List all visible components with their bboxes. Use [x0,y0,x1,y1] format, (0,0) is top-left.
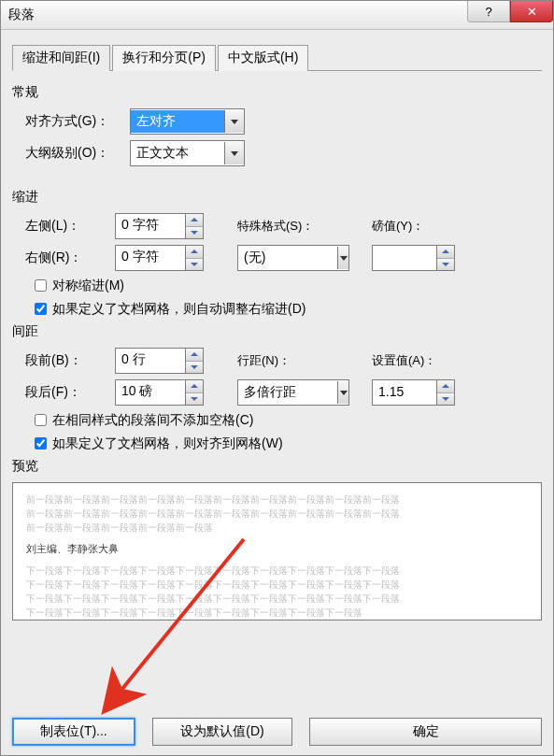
spin-down[interactable] [186,362,203,374]
arrow-up-icon [442,250,449,253]
arrow-up-icon [191,384,198,388]
indent-right-label: 右侧(R)： [25,250,115,266]
mirror-indent-input[interactable] [35,279,47,292]
alignment-label: 对齐方式(G)： [25,113,130,130]
spin-up[interactable] [186,349,203,362]
help-button[interactable]: ? [467,1,510,22]
by-label: 磅值(Y)： [372,218,424,235]
spin-up[interactable] [186,246,203,259]
indent-right-value[interactable] [116,246,185,268]
arrow-up-icon [191,250,198,253]
spin-up[interactable] [437,380,454,393]
outline-value[interactable] [131,142,224,164]
dialog-buttons: 制表位(T)... 设为默认值(D) 确定 [12,718,542,746]
tab-line-page-breaks[interactable]: 换行和分页(P) [112,45,216,71]
at-value[interactable] [373,380,436,403]
alignment-select[interactable] [130,108,245,135]
chevron-down-icon [231,120,238,124]
arrow-up-icon [191,218,198,221]
chevron-down-icon [340,256,348,261]
snapgrid-label: 如果定义了文档网格，则对齐到网格(W) [52,435,283,452]
autoadjust-checkbox[interactable]: 如果定义了文档网格，则自动调整右缩进(D) [31,300,542,318]
after-label: 段后(F)： [25,384,115,401]
preview-filler: 下一段落下一段落下一段落下一段落下一段落下一段落下一段落下一段落下一段落下一段落 [26,592,528,606]
spin-down[interactable] [437,393,454,406]
indent-left-label: 左侧(L)： [25,218,115,235]
section-indent: 缩进 [12,189,542,206]
noaddspace-input[interactable] [35,414,47,426]
ok-button[interactable]: 确定 [309,718,542,746]
tab-asian-typography[interactable]: 中文版式(H) [218,45,308,71]
titlebar: 段落 ? ✕ [1,1,553,30]
help-icon: ? [485,5,491,19]
section-general: 常规 [12,84,542,101]
close-button[interactable]: ✕ [510,1,553,22]
outline-label: 大纲级别(O)： [25,145,130,162]
special-dropdown-button[interactable] [337,247,348,269]
preview-box: 前一段落前一段落前一段落前一段落前一段落前一段落前一段落前一段落前一段落前一段落… [12,482,542,620]
special-select[interactable] [237,245,349,271]
after-spinner[interactable] [115,379,204,406]
arrow-down-icon [442,397,449,401]
chevron-down-icon [340,391,348,395]
alignment-dropdown-button[interactable] [224,110,244,133]
linespace-value[interactable] [238,381,337,404]
arrow-up-icon [442,384,449,388]
indent-left-value[interactable] [116,214,185,236]
snapgrid-checkbox[interactable]: 如果定义了文档网格，则对齐到网格(W) [31,435,542,452]
after-value[interactable] [116,380,185,403]
noaddspace-label: 在相同样式的段落间不添加空格(C) [52,412,253,429]
spin-up[interactable] [186,380,203,393]
section-spacing: 间距 [12,323,542,340]
before-spinner[interactable] [115,348,204,374]
preview-filler: 下一段落下一段落下一段落下一段落下一段落下一段落下一段落下一段落下一段落下一段落 [26,563,528,578]
mirror-indent-label: 对称缩进(M) [52,278,124,294]
close-icon: ✕ [527,5,537,19]
paragraph-dialog: 段落 ? ✕ 缩进和间距(I) 换行和分页(P) 中文版式(H) 常规 对齐方式… [0,0,554,756]
preview-filler: 前一段落前一段落前一段落前一段落前一段落前一段落前一段落前一段落前一段落前一段落 [26,492,528,506]
indent-left-spinner[interactable] [115,213,204,239]
outline-dropdown-button[interactable] [224,142,244,164]
noaddspace-checkbox[interactable]: 在相同样式的段落间不添加空格(C) [31,411,542,429]
arrow-down-icon [191,365,198,369]
window-title: 段落 [8,7,467,23]
spin-up[interactable] [186,214,203,227]
spin-down[interactable] [437,259,454,271]
by-value[interactable] [373,246,436,268]
arrow-down-icon [191,397,198,401]
set-default-button[interactable]: 设为默认值(D) [152,718,292,746]
preview-filler: 前一段落前一段落前一段落前一段落前一段落 [26,521,528,535]
preview-filler: 下一段落下一段落下一段落下一段落下一段落下一段落下一段落下一段落下一段落下一段落 [26,578,528,592]
arrow-down-icon [191,231,198,235]
tabstops-button[interactable]: 制表位(T)... [12,718,135,746]
autoadjust-label: 如果定义了文档网格，则自动调整右缩进(D) [52,301,305,318]
arrow-down-icon [191,263,198,266]
spin-down[interactable] [186,227,203,239]
spin-up[interactable] [437,246,454,259]
preview-filler: 前一段落前一段落前一段落前一段落前一段落前一段落前一段落前一段落前一段落前一段落 [26,506,528,521]
tab-strip: 缩进和间距(I) 换行和分页(P) 中文版式(H) [12,44,542,71]
spin-down[interactable] [186,259,203,271]
linespace-select[interactable] [237,379,349,406]
linespace-dropdown-button[interactable] [337,381,348,404]
by-spinner[interactable] [372,245,455,271]
spin-down[interactable] [186,393,203,406]
preview-sample: 刘主编、李静张大鼻 [26,542,528,556]
arrow-down-icon [442,263,449,266]
arrow-up-icon [191,352,198,356]
preview-filler: 下一段落下一段落下一段落下一段落下一段落下一段落下一段落下一段落下一段落 [26,606,528,620]
before-value[interactable] [116,349,185,371]
special-label: 特殊格式(S)： [237,218,349,235]
autoadjust-input[interactable] [35,303,47,315]
at-spinner[interactable] [372,379,455,406]
alignment-value[interactable] [131,110,224,133]
indent-right-spinner[interactable] [115,245,204,271]
before-label: 段前(B)： [25,352,115,369]
snapgrid-input[interactable] [35,437,47,449]
tab-indent-spacing[interactable]: 缩进和间距(I) [12,45,110,71]
at-label: 设置值(A)： [372,352,436,369]
chevron-down-icon [231,151,238,156]
mirror-indent-checkbox[interactable]: 对称缩进(M) [31,277,542,294]
special-value[interactable] [238,247,337,269]
outline-select[interactable] [130,140,245,166]
